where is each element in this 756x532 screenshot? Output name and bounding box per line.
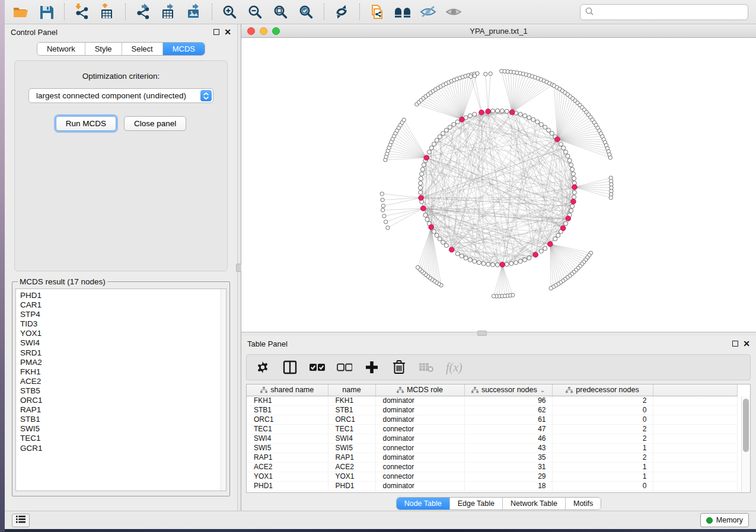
table-row[interactable]: FKH1FKH1dominator962 <box>247 396 738 405</box>
table-row[interactable]: ACE2ACE2connector311 <box>247 462 738 472</box>
table-row[interactable]: ORC1ORC1dominator610 <box>247 415 738 424</box>
zoom-out-button[interactable] <box>245 2 265 21</box>
new-network-from-selection-button[interactable] <box>367 2 387 21</box>
mcds-result-item[interactable]: TID3 <box>20 319 226 329</box>
zoom-fit-icon <box>273 4 288 20</box>
horizontal-splitter[interactable] <box>241 332 756 336</box>
table-row[interactable]: RAP1RAP1dominator352 <box>247 453 738 462</box>
search-input[interactable] <box>597 5 748 20</box>
show-columns-icon <box>282 360 298 375</box>
tab-motifs[interactable]: Motifs <box>566 498 601 509</box>
mcds-result-item[interactable]: PMA2 <box>20 358 226 367</box>
close-panel-button[interactable]: Close panel <box>124 116 186 131</box>
mcds-result-item[interactable]: SWI4 <box>20 338 226 348</box>
zoom-fit-button[interactable] <box>270 2 291 21</box>
import-network-button[interactable] <box>72 2 92 21</box>
search-box[interactable] <box>580 4 748 20</box>
show-all-icon <box>445 4 462 20</box>
sort-chevron-icon: ⌄ <box>540 387 545 393</box>
table-scrollbar-thumb[interactable] <box>743 399 749 452</box>
cytoscape-window: Control Panel ✕ NetworkStyleSelectMCDS O… <box>5 0 756 529</box>
window-minimize-icon[interactable] <box>260 27 267 35</box>
mcds-result-item[interactable]: ACE2 <box>20 377 226 386</box>
export-table-icon <box>160 4 177 20</box>
tab-select[interactable]: Select <box>122 43 163 55</box>
select-all-columns-button[interactable] <box>310 360 325 375</box>
zoom-out-icon <box>247 4 263 20</box>
window-close-icon[interactable] <box>247 27 255 35</box>
float-table-panel-icon[interactable] <box>732 341 738 347</box>
tab-network-table[interactable]: Network Table <box>503 498 566 509</box>
tab-edge-table[interactable]: Edge Table <box>450 498 503 509</box>
tab-node-table[interactable]: Node Table <box>397 498 450 509</box>
unselect-all-columns-icon <box>337 363 352 371</box>
column-header[interactable]: successor nodes⌄ <box>464 384 552 396</box>
mcds-result-item[interactable]: TEC1 <box>20 434 226 443</box>
import-table-button[interactable] <box>97 2 117 21</box>
import-table-icon <box>99 4 116 20</box>
column-header[interactable]: MCDS role <box>375 384 464 396</box>
mcds-result-item[interactable]: SRD1 <box>20 348 226 358</box>
function-builder-button: f(x) <box>446 360 462 375</box>
mcds-result-item[interactable]: FKH1 <box>20 367 226 377</box>
delete-columns-button[interactable] <box>391 360 407 375</box>
run-mcds-button[interactable]: Run MCDS <box>56 116 116 131</box>
export-network-button[interactable] <box>133 2 153 21</box>
mcds-result-item[interactable]: STP4 <box>20 310 226 319</box>
table-row[interactable]: TEC1TEC1connector472 <box>247 424 738 434</box>
mcds-result-item[interactable]: STB5 <box>20 386 226 396</box>
mcds-result-item[interactable]: CAR1 <box>20 300 226 310</box>
create-column-button[interactable] <box>364 360 379 375</box>
window-maximize-icon[interactable] <box>272 27 280 35</box>
hide-selected-button[interactable] <box>418 2 438 21</box>
zoom-selected-button[interactable] <box>296 2 316 21</box>
zoom-in-button[interactable] <box>219 2 240 21</box>
table-row[interactable]: SWI5SWI5connector431 <box>247 443 738 453</box>
table-row[interactable]: PHD1PHD1dominator180 <box>247 481 738 491</box>
column-header[interactable]: name <box>328 384 375 396</box>
show-panels-button[interactable] <box>12 514 30 527</box>
column-header[interactable]: predecessor nodes <box>552 384 653 396</box>
mcds-result-item[interactable]: GCR1 <box>20 444 226 453</box>
close-panel-icon[interactable]: ✕ <box>224 29 231 35</box>
mcds-result-title: MCDS result (17 nodes) <box>18 277 107 286</box>
mcds-result-item[interactable]: PHD1 <box>20 291 226 300</box>
mcds-result-item[interactable]: RAP1 <box>20 405 226 415</box>
mcds-list-scrollbar[interactable] <box>221 289 226 491</box>
table-row[interactable]: SWI4SWI4dominator462 <box>247 434 738 443</box>
delete-table-icon <box>419 361 434 373</box>
tab-network[interactable]: Network <box>37 43 85 55</box>
show-columns-button[interactable] <box>282 360 298 375</box>
memory-button[interactable]: Memory <box>700 513 749 527</box>
network-canvas[interactable] <box>241 38 756 332</box>
table-row[interactable]: YOX1YOX1connector291 <box>247 472 738 481</box>
mcds-result-item[interactable]: STB1 <box>20 415 226 424</box>
tab-mcds[interactable]: MCDS <box>163 43 205 55</box>
export-image-button[interactable] <box>184 2 204 21</box>
save-session-icon <box>38 4 55 20</box>
table-row[interactable]: STB1STB1dominator620 <box>247 405 738 415</box>
unselect-all-columns-button[interactable] <box>337 360 352 375</box>
save-session-button[interactable] <box>36 2 56 21</box>
optimization-criterion-label: Optimization criterion: <box>15 72 227 81</box>
mcds-result-item[interactable]: SWI5 <box>20 424 226 434</box>
table-tabs: Node TableEdge TableNetwork TableMotifs <box>396 497 602 510</box>
table-scrollbar[interactable] <box>741 396 750 492</box>
mcds-result-item[interactable]: YOX1 <box>20 329 226 338</box>
vertical-splitter[interactable] <box>237 24 241 511</box>
open-file-button[interactable] <box>11 2 31 21</box>
first-neighbors-button[interactable] <box>393 2 413 21</box>
toolbar-separator <box>125 4 126 20</box>
hide-selected-icon <box>419 4 437 20</box>
table-options-button[interactable] <box>255 360 270 375</box>
column-header[interactable]: shared name <box>247 384 328 396</box>
horizontal-splitter-handle[interactable] <box>477 331 487 336</box>
close-table-panel-icon[interactable]: ✕ <box>743 341 750 347</box>
float-panel-icon[interactable] <box>213 29 219 35</box>
tab-style[interactable]: Style <box>85 43 122 55</box>
mcds-result-item[interactable]: ORC1 <box>20 396 226 405</box>
show-all-button[interactable] <box>444 2 464 21</box>
export-table-button[interactable] <box>158 2 178 21</box>
criterion-select[interactable]: largest connected component (undirected) <box>28 88 213 103</box>
apply-preferred-layout-button[interactable] <box>331 2 352 21</box>
